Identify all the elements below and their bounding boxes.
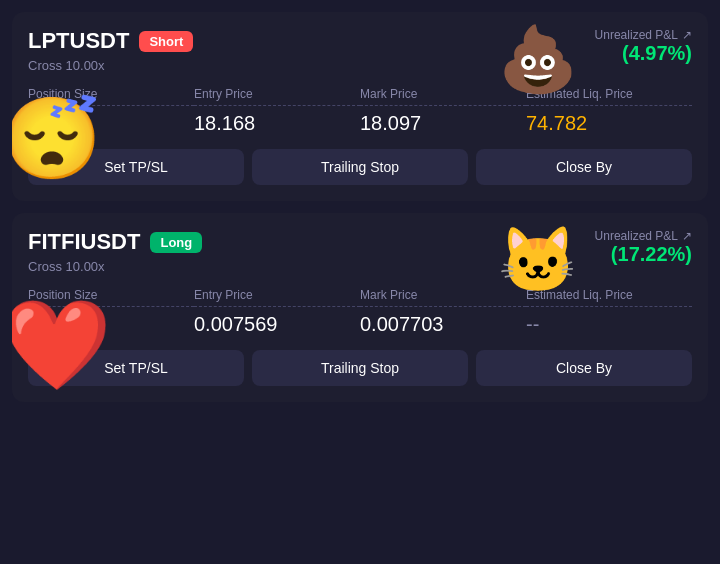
metric-value-mark-price-2: 0.007703	[360, 313, 526, 336]
close-by-button-2[interactable]: Close By	[476, 350, 692, 386]
trailing-stop-button-2[interactable]: Trailing Stop	[252, 350, 468, 386]
leverage-2: Cross 10.00x	[28, 259, 692, 274]
metric-label-mark-price-2: Mark Price	[360, 288, 526, 307]
position-card-lptusdt: 💩 😴 LPTUSDT Short Cross 10.00x Unrealize…	[12, 12, 708, 201]
metric-position-size-2: Position Size	[28, 288, 194, 336]
card-header-2: FITFIUSDT Long	[28, 229, 692, 255]
metric-value-entry-price-2: 0.007569	[194, 313, 360, 336]
position-card-fitfiusdt: 🐱 ❤️ FITFIUSDT Long Cross 10.00x Unreali…	[12, 213, 708, 402]
set-tpsl-button-1[interactable]: Set TP/SL	[28, 149, 244, 185]
metric-value-liq-price-1: 74.782	[526, 112, 692, 135]
metric-liq-price-2: Estimated Liq. Price --	[526, 288, 692, 336]
pnl-value-1: (4.97%)	[595, 42, 692, 65]
metric-label-liq-price-1: Estimated Liq. Price	[526, 87, 692, 106]
metric-label-position-size-1: Position Size	[28, 87, 194, 106]
metric-mark-price-2: Mark Price 0.007703	[360, 288, 526, 336]
metric-label-mark-price-1: Mark Price	[360, 87, 526, 106]
metric-entry-price-1: Entry Price 18.168	[194, 87, 360, 135]
pnl-area-1: Unrealized P&L ↗ (4.97%)	[595, 28, 692, 65]
metrics-row-2: Position Size Entry Price 0.007569 Mark …	[28, 288, 692, 336]
pnl-label-2: Unrealized P&L ↗	[595, 229, 692, 243]
metric-label-liq-price-2: Estimated Liq. Price	[526, 288, 692, 307]
close-by-button-1[interactable]: Close By	[476, 149, 692, 185]
card-header-1: LPTUSDT Short	[28, 28, 692, 54]
metric-value-mark-price-1: 18.097	[360, 112, 526, 135]
metric-label-entry-price-2: Entry Price	[194, 288, 360, 307]
metric-mark-price-1: Mark Price 18.097	[360, 87, 526, 135]
pnl-value-2: (17.22%)	[595, 243, 692, 266]
side-badge-1: Short	[139, 31, 193, 52]
metric-entry-price-2: Entry Price 0.007569	[194, 288, 360, 336]
actions-row-2: Set TP/SL Trailing Stop Close By	[28, 350, 692, 386]
metrics-row-1: Position Size Entry Price 18.168 Mark Pr…	[28, 87, 692, 135]
metric-value-position-size-1	[28, 112, 194, 135]
actions-row-1: Set TP/SL Trailing Stop Close By	[28, 149, 692, 185]
metric-liq-price-1: Estimated Liq. Price 74.782	[526, 87, 692, 135]
symbol-2: FITFIUSDT	[28, 229, 140, 255]
metric-label-entry-price-1: Entry Price	[194, 87, 360, 106]
external-link-icon-2[interactable]: ↗	[682, 229, 692, 243]
metric-value-liq-price-2: --	[526, 313, 692, 336]
external-link-icon-1[interactable]: ↗	[682, 28, 692, 42]
pnl-area-2: Unrealized P&L ↗ (17.22%)	[595, 229, 692, 266]
symbol-1: LPTUSDT	[28, 28, 129, 54]
metric-value-entry-price-1: 18.168	[194, 112, 360, 135]
side-badge-2: Long	[150, 232, 202, 253]
metric-label-position-size-2: Position Size	[28, 288, 194, 307]
metric-position-size-1: Position Size	[28, 87, 194, 135]
leverage-1: Cross 10.00x	[28, 58, 692, 73]
metric-value-position-size-2	[28, 313, 194, 336]
set-tpsl-button-2[interactable]: Set TP/SL	[28, 350, 244, 386]
pnl-label-1: Unrealized P&L ↗	[595, 28, 692, 42]
trailing-stop-button-1[interactable]: Trailing Stop	[252, 149, 468, 185]
